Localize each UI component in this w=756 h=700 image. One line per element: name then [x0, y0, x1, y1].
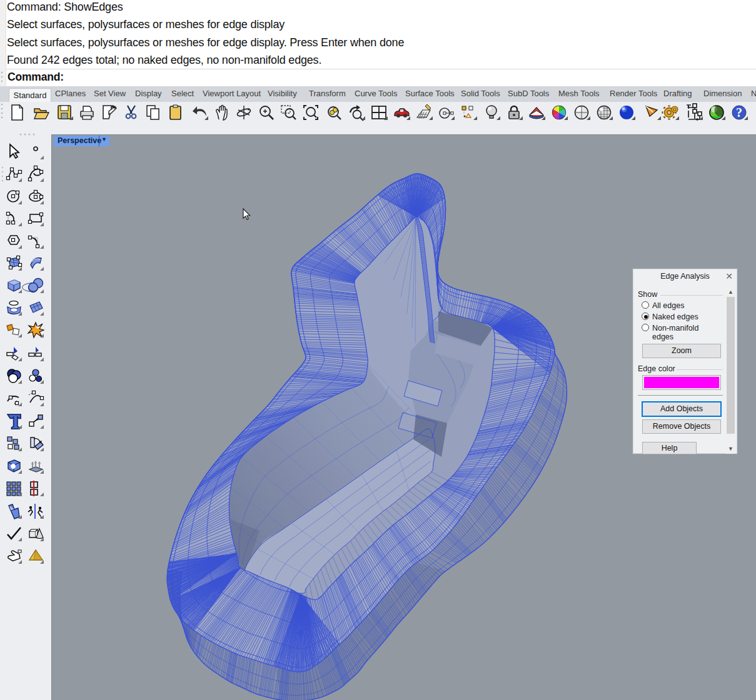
svg-text:?: ?	[736, 106, 742, 119]
